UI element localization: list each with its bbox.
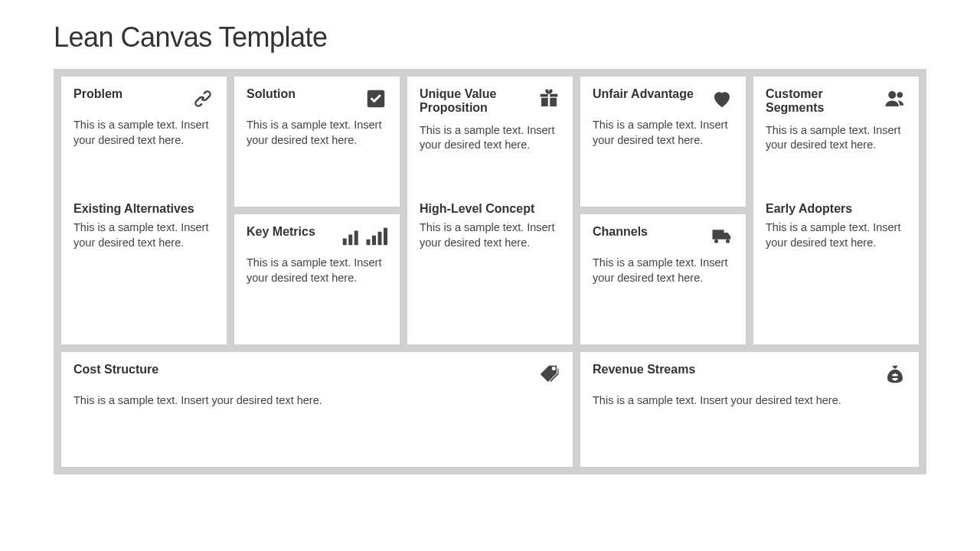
cell-channels: Channels This is a sample text. Insert y…: [580, 214, 746, 344]
gift-icon: [537, 87, 560, 110]
channels-body: This is a sample text. Insert your desir…: [593, 256, 733, 285]
unfair-advantage-title: Unfair Advantage: [593, 87, 694, 101]
cell-problem: Problem This is a sample text. Insert yo…: [61, 77, 227, 344]
existing-alternatives-title: Existing Alternatives: [74, 202, 214, 216]
svg-rect-11: [550, 98, 557, 106]
solution-body: This is a sample text. Insert your desir…: [247, 118, 387, 148]
svg-rect-10: [541, 98, 548, 106]
cell-revenue-streams: Revenue Streams This is a sample text. I…: [580, 352, 919, 467]
high-level-concept-body: This is a sample text. Insert your desir…: [420, 220, 560, 250]
existing-alternatives-body: This is a sample text. Insert your desir…: [74, 220, 214, 250]
checkbox-icon: [364, 87, 387, 110]
early-adopters-body: This is a sample text. Insert your desir…: [766, 220, 906, 250]
cell-uvp: Unique Value Proposition This is a sampl…: [407, 77, 573, 344]
bar-chart-icon: [340, 225, 363, 248]
svg-rect-6: [366, 240, 370, 246]
cell-solution: Solution This is a sample text. Insert y…: [234, 77, 400, 207]
bar-chart-icon: [364, 225, 387, 248]
svg-rect-9: [384, 228, 387, 246]
heart-icon: [710, 87, 733, 110]
early-adopters-title: Early Adopters: [766, 202, 906, 216]
svg-rect-1: [348, 235, 352, 246]
cell-cost-structure: Cost Structure This is a sample text. In…: [61, 352, 573, 467]
channels-title: Channels: [593, 225, 648, 239]
svg-rect-7: [372, 236, 376, 246]
users-icon: [884, 87, 906, 110]
svg-rect-12: [541, 94, 548, 97]
unfair-advantage-body: This is a sample text. Insert your desir…: [593, 118, 733, 148]
tag-icon: [537, 363, 560, 386]
key-metrics-title: Key Metrics: [247, 225, 315, 239]
high-level-concept-title: High-Level Concept: [420, 202, 560, 216]
svg-point-15: [897, 92, 903, 98]
page: Lean Canvas Template Problem This is a s…: [0, 0, 980, 474]
solution-title: Solution: [247, 87, 296, 101]
link-icon: [191, 87, 214, 110]
cost-structure-body: This is a sample text. Insert your desir…: [74, 393, 334, 409]
revenue-streams-body: This is a sample text. Insert your desir…: [593, 393, 853, 409]
revenue-streams-title: Revenue Streams: [593, 363, 695, 377]
customer-segments-body: This is a sample text. Insert your desir…: [766, 123, 906, 153]
customer-segments-title: Customer Segments: [766, 87, 884, 116]
problem-title: Problem: [74, 87, 122, 101]
cell-unfair-advantage: Unfair Advantage This is a sample text. …: [580, 77, 746, 207]
cost-structure-title: Cost Structure: [74, 363, 158, 377]
svg-rect-8: [377, 232, 381, 246]
svg-rect-0: [343, 239, 347, 246]
problem-body: This is a sample text. Insert your desir…: [74, 118, 214, 148]
lean-canvas: Problem This is a sample text. Insert yo…: [54, 69, 926, 474]
svg-point-14: [888, 91, 896, 99]
uvp-body: This is a sample text. Insert your desir…: [420, 123, 560, 153]
svg-rect-2: [354, 231, 358, 246]
key-metrics-body: This is a sample text. Insert your desir…: [247, 256, 387, 285]
page-title: Lean Canvas Template: [54, 21, 926, 54]
money-bag-icon: [884, 363, 906, 386]
truck-icon: [710, 225, 733, 248]
uvp-title: Unique Value Proposition: [420, 87, 537, 116]
cell-customer-segments: Customer Segments This is a sample text.…: [753, 77, 919, 344]
cell-key-metrics: Key Metrics This is a sample text. Inser…: [234, 214, 400, 344]
svg-rect-13: [550, 94, 557, 97]
